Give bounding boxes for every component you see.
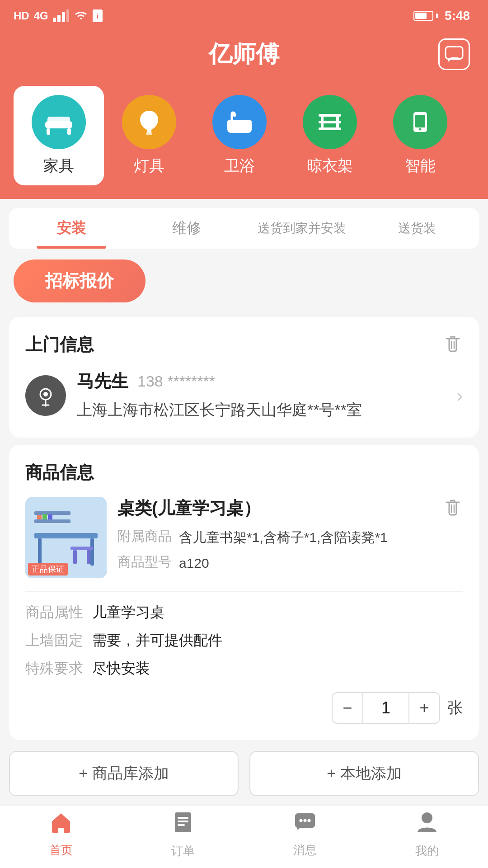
trash-product-icon xyxy=(443,497,463,517)
address-name: 马先生 xyxy=(77,370,128,393)
status-right: 5:48 xyxy=(413,9,470,23)
product-name: 桌类(儿童学习桌） xyxy=(117,497,463,520)
qty-increase-button[interactable]: + xyxy=(408,692,440,724)
qty-display: 1 xyxy=(363,692,408,724)
tab-delivery-install[interactable]: 送货到家并安装 xyxy=(244,208,359,249)
wall-mount-row: 上墙固定 需要，并可提供配件 xyxy=(25,631,463,651)
svg-rect-21 xyxy=(415,115,425,127)
category-item-smart[interactable]: 智能 xyxy=(375,86,465,185)
messages-icon xyxy=(293,811,317,839)
product-image-tag: 正品保证 xyxy=(28,563,68,576)
signal-bars-icon xyxy=(53,9,69,22)
svg-rect-36 xyxy=(73,550,77,564)
svg-rect-33 xyxy=(34,519,70,523)
category-item-bathroom[interactable]: 卫浴 xyxy=(194,86,285,185)
bid-section: 招标报价 xyxy=(0,249,488,310)
attribute-row: 商品属性 儿童学习桌 xyxy=(25,603,463,623)
svg-rect-8 xyxy=(47,117,70,123)
nav-home[interactable]: 首页 xyxy=(0,811,122,858)
app-header: 亿师傅 xyxy=(0,32,488,77)
quantity-control: − 1 + 张 xyxy=(25,692,463,724)
svg-rect-32 xyxy=(90,538,94,566)
special-req-label: 特殊要求 xyxy=(25,659,83,679)
special-req-value: 尽快安装 xyxy=(92,659,150,679)
wall-mount-value: 需要，并可提供配件 xyxy=(92,631,222,651)
special-req-row: 特殊要求 尽快安装 xyxy=(25,659,463,679)
svg-point-47 xyxy=(304,819,307,822)
nav-messages-label: 消息 xyxy=(293,842,317,858)
status-bar: HD 4G i 5:48 xyxy=(0,0,488,32)
data-icon: i xyxy=(93,9,103,22)
tab-repair[interactable]: 维修 xyxy=(129,208,244,249)
attribute-value: 儿童学习桌 xyxy=(92,603,164,623)
svg-rect-35 xyxy=(70,547,93,550)
address-content: 马先生 138 ******** 上海上海市松江区长宁路天山华庭**号**室 xyxy=(77,370,446,421)
svg-rect-18 xyxy=(321,114,324,130)
wall-mount-label: 上墙固定 xyxy=(25,631,83,651)
product-info-row: 正品保证 桌类(儿童学习桌） 附属商品 含儿童书架*1,含椅子*1,含陪读凳*1… xyxy=(25,497,463,579)
svg-point-22 xyxy=(419,128,422,131)
add-from-local-button[interactable]: + 本地添加 xyxy=(249,751,479,796)
app-title: 亿师傅 xyxy=(209,38,279,70)
category-item-clothesrack[interactable]: 晾衣架 xyxy=(285,86,375,185)
svg-rect-43 xyxy=(178,821,188,822)
svg-rect-6 xyxy=(446,47,463,59)
category-label-bathroom: 卫浴 xyxy=(224,156,255,176)
wifi-icon xyxy=(74,10,88,21)
svg-rect-31 xyxy=(38,538,42,566)
status-left: HD 4G i xyxy=(14,9,103,22)
category-icon-bathroom xyxy=(212,95,267,149)
time-label: 5:48 xyxy=(445,9,470,23)
delete-product-button[interactable] xyxy=(443,497,463,519)
nav-messages[interactable]: 消息 xyxy=(244,811,366,858)
bottom-nav: 首页 订单 消息 xyxy=(0,805,488,864)
category-label-lighting: 灯具 xyxy=(134,156,164,176)
add-from-library-button[interactable]: + 商品库添加 xyxy=(9,751,239,796)
add-buttons-row: + 商品库添加 + 本地添加 xyxy=(9,751,479,796)
category-item-furniture[interactable]: 家具 xyxy=(14,86,104,185)
bid-button[interactable]: 招标报价 xyxy=(14,259,145,302)
nav-profile[interactable]: 我的 xyxy=(366,811,488,859)
tabs-section: 安装 维修 送货到家并安装 送货装 xyxy=(9,208,479,249)
category-item-lighting[interactable]: 灯具 xyxy=(104,86,194,185)
address-row[interactable]: 马先生 138 ******** 上海上海市松江区长宁路天山华庭**号**室 › xyxy=(25,370,463,421)
svg-rect-3 xyxy=(66,9,69,22)
model-label: 商品型号 xyxy=(117,553,172,571)
svg-point-49 xyxy=(422,812,432,823)
location-icon-wrap xyxy=(25,375,66,416)
qty-decrease-button[interactable]: − xyxy=(332,692,363,724)
svg-point-14 xyxy=(233,113,236,117)
carrier-label: HD xyxy=(14,9,29,22)
delete-visit-button[interactable] xyxy=(443,333,463,355)
tab-delivery[interactable]: 送货装 xyxy=(359,208,474,249)
svg-rect-0 xyxy=(53,18,56,22)
attribute-label: 商品属性 xyxy=(25,603,83,623)
accessories-label: 附属商品 xyxy=(117,527,172,546)
profile-icon xyxy=(417,811,437,840)
category-icon-smart xyxy=(393,95,447,149)
svg-rect-42 xyxy=(178,817,188,819)
category-icon-clothesrack xyxy=(303,95,357,149)
nav-orders[interactable]: 订单 xyxy=(122,811,244,859)
visit-info-card: 上门信息 马先生 138 ******** 上海上海市松江区长宁路天山华庭**号… xyxy=(9,317,479,438)
tab-install[interactable]: 安装 xyxy=(14,208,129,249)
svg-rect-11 xyxy=(146,132,152,135)
category-icon-lighting xyxy=(122,95,176,149)
svg-rect-39 xyxy=(42,514,47,519)
message-button[interactable] xyxy=(438,38,470,70)
product-info-card: 商品信息 xyxy=(9,445,479,740)
product-divider xyxy=(25,591,463,592)
accessories-value: 含儿童书架*1,含椅子*1,含陪读凳*1 xyxy=(179,527,388,547)
visit-info-title: 上门信息 xyxy=(25,333,463,356)
svg-rect-1 xyxy=(57,15,61,22)
chevron-right-icon: › xyxy=(457,386,463,406)
qty-unit: 张 xyxy=(447,698,463,718)
product-details: 桌类(儿童学习桌） 附属商品 含儿童书架*1,含椅子*1,含陪读凳*1 商品型号… xyxy=(117,497,463,579)
svg-rect-37 xyxy=(87,550,90,564)
product-row: 正品保证 桌类(儿童学习桌） 附属商品 含儿童书架*1,含椅子*1,含陪读凳*1… xyxy=(25,497,463,724)
svg-point-48 xyxy=(308,819,311,822)
accessories-row: 附属商品 含儿童书架*1,含椅子*1,含陪读凳*1 xyxy=(117,527,463,547)
product-image: 正品保证 xyxy=(25,497,107,578)
svg-rect-44 xyxy=(178,824,185,826)
svg-text:i: i xyxy=(97,13,99,20)
